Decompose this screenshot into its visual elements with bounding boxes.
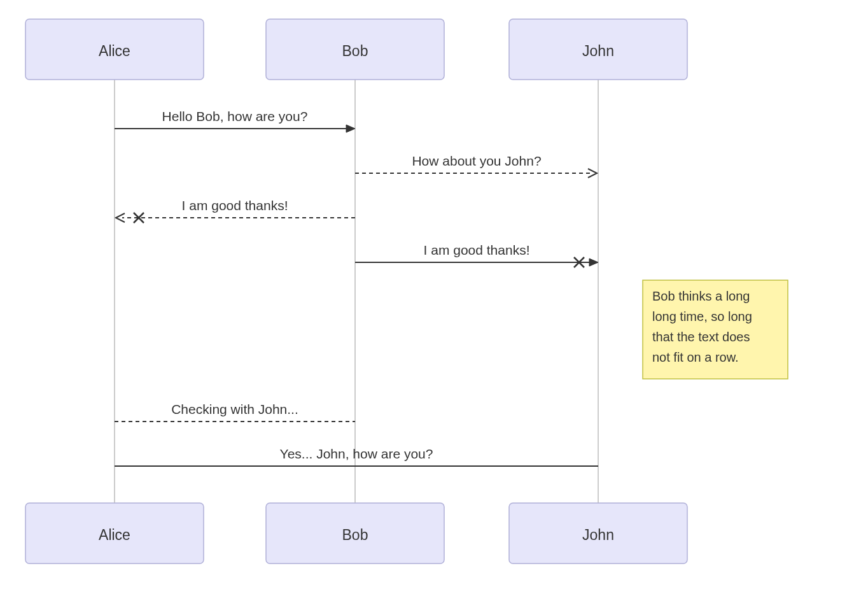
svg-marker-10 <box>589 259 598 266</box>
message-6-label: Yes... John, how are you? <box>280 446 433 461</box>
actor-bob-label: Bob <box>342 43 368 59</box>
note-line-2: long time, so long <box>652 309 752 323</box>
message-2: How about you John? <box>355 153 597 178</box>
sequence-diagram: Alice Bob John Hello Bob, how are you? H… <box>0 0 868 610</box>
message-1: Hello Bob, how are you? <box>115 109 355 132</box>
actor-john-bottom: John <box>509 503 687 564</box>
actor-alice-bottom-label: Alice <box>99 527 130 543</box>
message-6: Yes... John, how are you? <box>115 446 598 466</box>
actor-john-top: John <box>509 19 687 80</box>
note-line-4: not fit on a row. <box>652 350 739 364</box>
message-2-label: How about you John? <box>412 153 541 168</box>
actor-bob-bottom-label: Bob <box>342 527 368 543</box>
note: Bob thinks a long long time, so long tha… <box>643 280 788 379</box>
actor-alice-bottom: Alice <box>25 503 204 564</box>
message-3: I am good thanks! <box>116 198 355 223</box>
message-1-label: Hello Bob, how are you? <box>162 109 308 124</box>
message-3-label: I am good thanks! <box>182 198 288 213</box>
actor-bob-bottom: Bob <box>266 503 444 564</box>
actor-john-bottom-label: John <box>582 527 614 543</box>
actor-alice-top: Alice <box>25 19 204 80</box>
note-line-3: that the text does <box>652 330 750 344</box>
message-4-label: I am good thanks! <box>424 243 530 257</box>
actor-bob-top: Bob <box>266 19 444 80</box>
actor-john-label: John <box>582 43 614 59</box>
actor-alice-label: Alice <box>99 43 130 59</box>
message-5: Checking with John... <box>115 402 355 422</box>
svg-marker-4 <box>346 125 355 132</box>
note-line-1: Bob thinks a long <box>652 289 750 303</box>
message-5-label: Checking with John... <box>171 402 298 416</box>
message-4: I am good thanks! <box>355 243 598 267</box>
